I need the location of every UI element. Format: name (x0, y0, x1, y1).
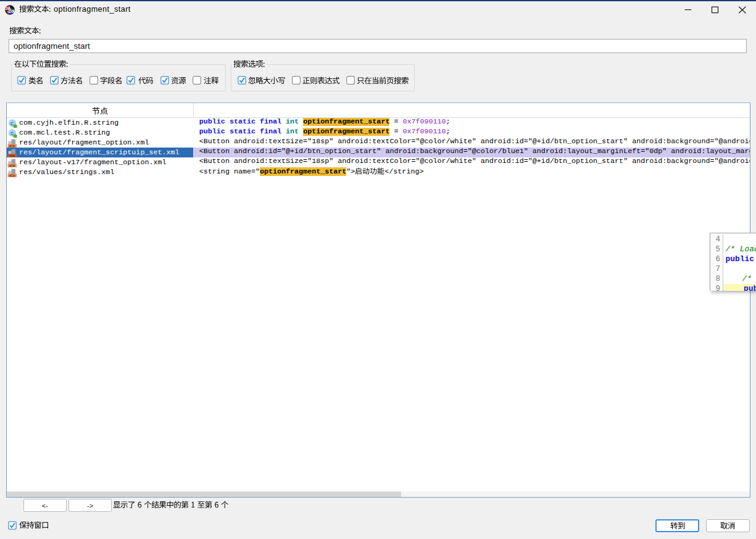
svg-text:<>: <> (9, 143, 15, 148)
svg-text:<>: <> (9, 173, 15, 177)
svg-text:DX: DX (9, 9, 15, 14)
svg-text:<>: <> (9, 153, 15, 157)
svg-text:<>: <> (9, 163, 15, 167)
